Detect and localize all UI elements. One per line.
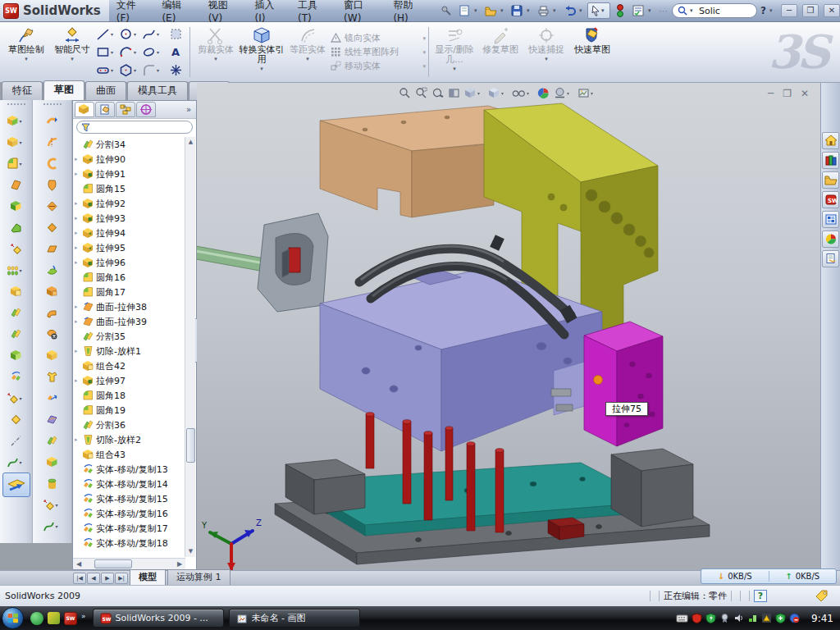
tab-scroll-first-icon[interactable]: |◀ (73, 573, 86, 584)
expand-icon[interactable]: ▸ (75, 377, 82, 384)
trim-surface-icon[interactable] (33, 153, 71, 174)
featuremanager-tab[interactable] (75, 102, 94, 117)
pin-icon[interactable] (438, 2, 454, 19)
hole-wizard-icon[interactable] (0, 238, 32, 259)
dropdown-icon[interactable]: ▾ (422, 63, 426, 70)
feature-tree-item-22[interactable]: 实体-移动/复制13 (75, 462, 185, 477)
replace-face-icon[interactable] (33, 345, 71, 366)
arc-tool[interactable]: ▾ (118, 43, 141, 62)
ruled-surface-icon[interactable] (33, 302, 71, 323)
feature-tree-item-23[interactable]: 实体-移动/复制14 (75, 477, 185, 491)
scroll-right-icon[interactable]: ▶ (174, 560, 185, 568)
cmd-button-3[interactable]: 转换实体引用▾ (239, 24, 285, 80)
print-icon-dropdown[interactable]: ▾ (553, 7, 559, 14)
knit-surface-icon[interactable] (33, 195, 71, 217)
reference-plane-icon[interactable] (0, 409, 32, 430)
instant3d-button[interactable] (2, 472, 30, 497)
search-input[interactable] (699, 6, 748, 16)
expand-icon[interactable]: ▸ (75, 348, 82, 354)
feature-tree-item-16[interactable]: ▸拉伸97 (75, 373, 185, 388)
dropdown-icon[interactable]: ▾ (214, 56, 217, 62)
custom-properties-icon[interactable] (822, 250, 839, 267)
open-icon[interactable] (482, 2, 499, 19)
taskbar-app-1[interactable]: 未命名 - 画图 (229, 609, 360, 628)
doc-minimize-icon[interactable]: ─ (768, 88, 774, 99)
feature-tree-item-19[interactable]: 分割36 (75, 418, 185, 432)
text-tool[interactable]: A (164, 43, 187, 62)
combine-bodies-icon[interactable] (0, 281, 32, 302)
feature-tree-item-25[interactable]: 实体-移动/复制16 (75, 506, 185, 521)
expand-icon[interactable]: ▸ (75, 259, 82, 266)
sketch-fillet-tool[interactable]: ▾ (141, 62, 164, 80)
delete-face-icon[interactable] (33, 323, 71, 345)
cmd-button-2[interactable]: 剪裁实体▾ (193, 24, 239, 80)
slot-tool[interactable]: ▾ (95, 62, 118, 80)
cylinder-body-icon[interactable] (33, 472, 71, 494)
quick-launch-overflow-icon[interactable]: » (81, 612, 86, 620)
quick-launch-solidworks-icon[interactable]: SW (64, 612, 77, 625)
expand-icon[interactable]: ▸ (75, 215, 82, 221)
model-3d-view[interactable]: Y Z X (197, 83, 820, 570)
swept-surface-icon[interactable] (33, 110, 71, 131)
freeform-icon[interactable] (33, 409, 71, 430)
open-icon-dropdown[interactable]: ▾ (500, 7, 507, 14)
configurationmanager-tab[interactable] (116, 102, 135, 117)
feature-tree-item-12[interactable]: ▸曲面-拉伸39 (75, 314, 185, 329)
point-ref-icon[interactable]: ▾ (33, 494, 71, 515)
badge-tray-icon[interactable] (719, 613, 730, 623)
help-dropdown[interactable]: ▾ (769, 7, 776, 14)
expand-icon[interactable]: ▸ (75, 318, 82, 325)
solid-wedge-icon[interactable] (0, 217, 32, 238)
select-region-tool[interactable] (164, 25, 187, 43)
solidworks-toolbox-icon[interactable]: SW (822, 191, 839, 208)
view-settings-icon[interactable]: ▾ (578, 87, 597, 99)
design-library-icon[interactable] (822, 152, 839, 169)
dropdown-icon[interactable]: ▾ (260, 66, 263, 72)
ribbon-tab-2[interactable]: 曲面 (85, 81, 126, 100)
fillet-icon[interactable]: ▾ (0, 153, 32, 174)
surface-arrows-icon[interactable] (33, 387, 71, 409)
tab-scroll-last-icon[interactable]: ▶| (115, 573, 128, 584)
toolbar-grip[interactable] (43, 103, 62, 107)
curve-tool-icon[interactable]: ▾ (0, 451, 32, 472)
undo-icon[interactable] (561, 2, 578, 19)
quick-launch-messenger-icon[interactable] (30, 612, 43, 625)
save-icon[interactable] (509, 2, 525, 19)
cmd-button-6[interactable]: 线性草图阵列▾ (331, 46, 426, 58)
propertymanager-tab[interactable] (95, 102, 115, 117)
toolbar-overflow[interactable]: ⋯ (659, 6, 668, 16)
blocked-tray-icon[interactable] (789, 613, 800, 623)
doc-tab-0[interactable]: 模型 (130, 569, 166, 585)
expand-icon[interactable]: ▸ (75, 244, 82, 251)
move-copy-body-icon[interactable] (0, 366, 32, 387)
solidworks-resources-icon[interactable] (822, 132, 839, 149)
feature-tree-item-8[interactable]: ▸拉伸96 (75, 255, 185, 270)
boss-face-icon[interactable] (33, 451, 71, 472)
split-body-icon[interactable] (0, 302, 32, 323)
feature-tree-item-5[interactable]: ▸拉伸93 (75, 211, 185, 226)
reference-point-icon[interactable]: ▾ (0, 387, 32, 409)
mid-surface-icon[interactable] (33, 366, 71, 387)
intersect-icon[interactable] (0, 345, 32, 366)
offset-surface-icon[interactable] (33, 217, 71, 238)
extended-surface-icon[interactable] (33, 131, 71, 153)
taskbar-app-0[interactable]: SWSolidWorks 2009 - ... (93, 609, 224, 628)
appearances-scenes-icon[interactable] (822, 231, 839, 248)
scroll-up-icon[interactable]: ▲ (185, 137, 196, 148)
feature-tree-item-0[interactable]: 分割34 (75, 137, 185, 152)
doc-restore-icon[interactable]: ❐ (783, 88, 792, 99)
flatten-surface-icon[interactable] (33, 430, 71, 451)
loft-surface-icon[interactable] (33, 174, 71, 195)
cmd-button-0[interactable]: 草图绘制▾ (3, 24, 49, 80)
display-style-icon[interactable]: ▾ (488, 87, 508, 99)
traffic-light-icon[interactable] (612, 2, 628, 19)
expand-icon[interactable]: ▸ (75, 171, 82, 177)
reference-axis-icon[interactable] (0, 430, 32, 451)
section-view-icon[interactable] (448, 87, 460, 99)
undo-icon-dropdown[interactable]: ▾ (579, 7, 586, 14)
graphics-viewport[interactable]: Y Z X ▾▾▾▾▾ ─ ❐ ✕ 拉伸75 (197, 83, 820, 570)
feature-tree-item-10[interactable]: 圆角17 (75, 285, 185, 299)
hide-show-icon[interactable]: ▾ (512, 88, 533, 98)
doc-tab-1[interactable]: 运动算例 1 (167, 569, 231, 585)
dropdown-icon[interactable]: ▾ (453, 66, 456, 72)
